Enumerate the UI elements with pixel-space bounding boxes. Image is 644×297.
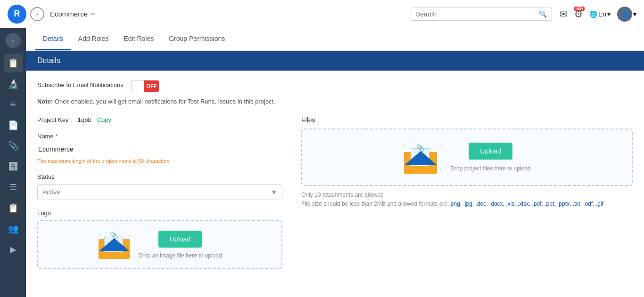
name-hint: The maximum length of the project name i… [37,158,282,164]
collapse-icon: ‹ [12,37,14,44]
section-header: Details [26,51,644,71]
toggle-switch[interactable]: OFF [131,80,159,92]
status-select[interactable]: Active ▼ [37,184,282,200]
edit-icon[interactable]: ✏ [91,10,96,17]
language-button[interactable]: 🌐 En ▾ [589,10,611,18]
project-key-label: Project Key : [37,116,72,123]
forward-button[interactable]: › [30,7,44,21]
note-label: Note: [37,98,53,105]
menu-icon: ☰ [9,182,17,193]
paperclip-icon: 📎 [110,232,118,239]
sidebar-item-copy[interactable]: 📋 [4,199,23,217]
sidebar-item-tasks[interactable]: 📋 [4,54,23,72]
chevron-down-icon: ▾ [607,10,611,18]
note-content: Once enabled, you will get email notific… [55,98,275,105]
play-icon: ▶ [10,244,17,255]
avatar: 👤 [617,7,632,22]
attachment-limit-text: Only 10 attachments are allowed [301,191,633,200]
sidebar-item-paperclip[interactable]: 📎 [4,136,23,155]
email-notif-row: Subscribe to Email Notifications OFF [37,80,633,92]
fdot4: • [440,169,441,172]
logo-upload-button[interactable]: Upload [158,231,202,248]
logo-upload-controls: Upload Drop an image file here to upload [138,231,222,259]
logo-upload-hint: Drop an image file here to upload [138,252,222,259]
copy-button[interactable]: Copy [97,116,111,123]
logo-field-group: Logo • • • • [37,209,282,269]
email-notif-label: Subscribe to Email Notifications [37,81,124,88]
search-input[interactable] [416,10,539,18]
status-label: Status [37,173,282,180]
logo-label: Logo [37,209,282,217]
tasks-icon: 📋 [8,58,18,68]
top-nav: R › Ecommerce ✏ 🔍 ✉ ⚙ NEW 🌐 En ▾ 👤 ▾ [0,0,644,28]
logo-upload-illustration: • • • • 📎 [98,231,131,259]
left-column: Project Key : 1qbb Copy Name * The maxim… [37,116,282,279]
name-input[interactable] [37,143,282,156]
user-chevron-icon: ▾ [633,10,636,18]
sidebar-item-play[interactable]: ▶ [4,240,23,259]
sidebar-item-menu[interactable]: ☰ [4,178,23,197]
dot1: • [99,233,100,237]
two-col-layout: Project Key : 1qbb Copy Name * The maxim… [37,116,633,279]
paperclip-icon: 📎 [8,141,18,151]
dot3: • [128,233,130,238]
copy-icon: 📋 [8,203,18,213]
tab-group-permissions[interactable]: Group Permissions [161,28,232,50]
sidebar-item-asterisk[interactable]: ✳ [4,95,23,114]
fpaperclip-icon: 📎 [416,144,424,152]
project-key-row: Project Key : 1qbb Copy [37,116,282,123]
note-text: Note: Once enabled, you will get email n… [37,98,633,105]
sidebar: ‹ 📋 🔬 ✳ 📄 📎 🅰 ☰ 📋 👥 ▶ [0,28,26,297]
sidebar-item-document[interactable]: 📄 [4,116,23,135]
status-field-group: Status Active ▼ [37,173,282,200]
right-column: Files • • • • 📎 [301,116,633,279]
files-upload-controls: Upload Drop project files here to upload [450,143,530,172]
toggle-off [132,80,144,92]
files-info: Only 10 attachments are allowed File siz… [301,191,633,209]
tab-edit-roles[interactable]: Edit Roles [116,28,161,50]
file-formats: .png, .jpg, .doc, .docx, .xls, .xlsx, .p… [449,201,604,207]
text-icon: 🅰 [9,162,17,172]
logo-upload-area[interactable]: • • • • 📎 [37,220,282,269]
tabs-bar: Details Add Roles Edit Roles Group Permi… [26,28,644,51]
tab-add-roles[interactable]: Add Roles [71,28,116,50]
fdot2: • [413,142,413,145]
dot2: • [106,231,107,234]
file-size-text: File size should be less than 2MB and al… [301,200,633,209]
files-label: Files [301,116,633,124]
fdot1: • [403,143,405,147]
sidebar-item-text[interactable]: 🅰 [4,157,23,176]
files-upload-button[interactable]: Upload [469,143,512,160]
status-dropdown-icon: ▼ [271,188,277,196]
mail-icon: ✉ [560,8,568,20]
search-box: 🔍 [411,8,552,21]
page-title: Ecommerce ✏ [50,10,96,18]
dot4: • [130,255,131,258]
name-label: Name * [37,133,282,140]
sidebar-item-users[interactable]: 👥 [4,219,23,238]
sidebar-collapse-button[interactable]: ‹ [6,33,21,48]
tab-details[interactable]: Details [35,28,71,50]
files-upload-hint: Drop project files here to upload [450,165,530,172]
explore-icon: 🔬 [8,79,18,89]
update-button[interactable]: ⚙ NEW [574,8,583,20]
toggle-on: OFF [144,80,159,92]
user-icon: 👤 [621,10,629,18]
name-field-group: Name * The maximum length of the project… [37,133,282,164]
status-value: Active [42,188,60,196]
mail-button[interactable]: ✉ [560,8,568,20]
globe-icon: 🌐 [589,10,597,18]
files-upload-area[interactable]: • • • • 📎 Upload [301,128,633,186]
required-star: * [56,133,58,140]
main-content: Details Add Roles Edit Roles Group Permi… [26,28,644,297]
search-icon: 🔍 [539,10,547,18]
details-section: Details Subscribe to Email Notifications… [26,51,644,288]
files-section: Files • • • • 📎 [301,116,633,209]
toggle-track[interactable]: OFF [131,80,159,92]
app-logo: R [8,5,26,24]
top-nav-icons: ✉ ⚙ NEW 🌐 En ▾ 👤 ▾ [560,7,636,22]
sidebar-item-explore[interactable]: 🔬 [4,74,23,93]
new-badge: NEW [574,7,585,11]
user-menu-button[interactable]: 👤 ▾ [617,7,636,22]
document-icon: 📄 [8,120,18,130]
